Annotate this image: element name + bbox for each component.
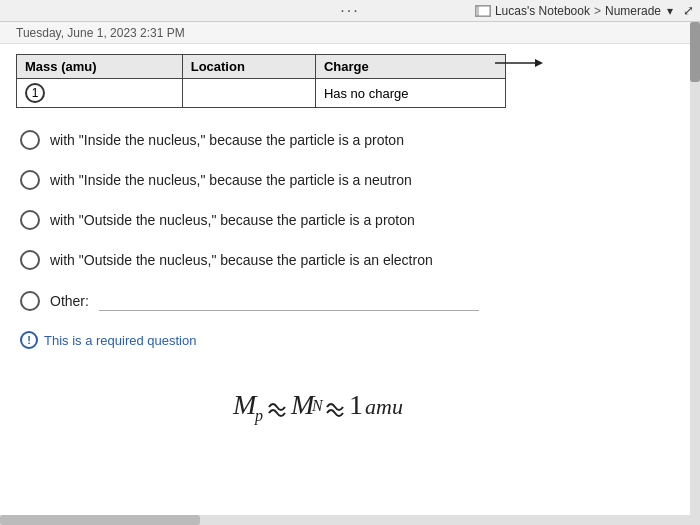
- breadcrumb: Lucas's Notebook > Numerade ▾: [475, 4, 675, 18]
- horizontal-scrollbar[interactable]: [0, 515, 690, 525]
- vertical-scrollbar[interactable]: [690, 22, 700, 525]
- svg-text:1: 1: [349, 389, 363, 420]
- charge-arrow-annotation: [495, 53, 545, 73]
- radio-option-3[interactable]: with "Outside the nucleus," because the …: [20, 200, 670, 240]
- option-label-2: with "Inside the nucleus," because the p…: [50, 172, 412, 188]
- prev-content-header: Tuesday, June 1, 2023 2:31 PM: [0, 22, 690, 44]
- mass-circle: 1: [25, 83, 45, 103]
- radio-option-4[interactable]: with "Outside the nucleus," because the …: [20, 240, 670, 280]
- breadcrumb-separator: >: [594, 4, 601, 18]
- prev-content-text: Tuesday, June 1, 2023 2:31 PM: [16, 26, 185, 40]
- bottom-scrollbar-thumb[interactable]: [0, 515, 200, 525]
- svg-text:N: N: [311, 397, 324, 414]
- top-bar: ··· Lucas's Notebook > Numerade ▾ ⤢: [0, 0, 700, 22]
- svg-marker-3: [535, 59, 543, 67]
- col-mass: Mass (amu): [17, 55, 183, 79]
- radio-button-3[interactable]: [20, 210, 40, 230]
- radio-option-2[interactable]: with "Inside the nucleus," because the p…: [20, 160, 670, 200]
- radio-button-4[interactable]: [20, 250, 40, 270]
- dropdown-button[interactable]: ▾: [665, 4, 675, 18]
- data-table: Mass (amu) Location Charge 1: [16, 54, 506, 108]
- required-message: ! This is a required question: [0, 327, 690, 353]
- other-input[interactable]: [99, 290, 479, 311]
- table-section: Mass (amu) Location Charge 1: [0, 44, 690, 114]
- table-row: 1 Has no charge: [17, 79, 506, 108]
- scrollbar-thumb[interactable]: [690, 22, 700, 82]
- option-label-1: with "Inside the nucleus," because the p…: [50, 132, 404, 148]
- cell-charge: Has no charge: [315, 79, 505, 108]
- options-section: with "Inside the nucleus," because the p…: [0, 114, 690, 327]
- radio-button-2[interactable]: [20, 170, 40, 190]
- math-section: M p M N 1 amu: [0, 353, 690, 455]
- radio-button-1[interactable]: [20, 130, 40, 150]
- expand-button[interactable]: ⤢: [683, 3, 694, 18]
- cell-location: [182, 79, 315, 108]
- option-label-4: with "Outside the nucleus," because the …: [50, 252, 433, 268]
- svg-text:amu: amu: [365, 394, 403, 419]
- radio-option-1[interactable]: with "Inside the nucleus," because the p…: [20, 120, 670, 160]
- notebook-icon: [475, 5, 491, 17]
- col-charge: Charge: [315, 55, 505, 79]
- col-location: Location: [182, 55, 315, 79]
- notebook-label: Lucas's Notebook: [495, 4, 590, 18]
- svg-text:p: p: [254, 407, 263, 425]
- required-icon: !: [20, 331, 38, 349]
- platform-label: Numerade: [605, 4, 661, 18]
- required-text: This is a required question: [44, 333, 196, 348]
- radio-button-other[interactable]: [20, 291, 40, 311]
- math-display: M p M N 1 amu: [225, 369, 465, 439]
- cell-mass: 1: [17, 79, 183, 108]
- option-label-3: with "Outside the nucleus," because the …: [50, 212, 415, 228]
- table-header-row: Mass (amu) Location Charge: [17, 55, 506, 79]
- other-label: Other:: [50, 293, 89, 309]
- other-option: Other:: [20, 280, 670, 321]
- menu-dots[interactable]: ···: [340, 2, 359, 20]
- main-content: Tuesday, June 1, 2023 2:31 PM Mass (amu)…: [0, 22, 690, 505]
